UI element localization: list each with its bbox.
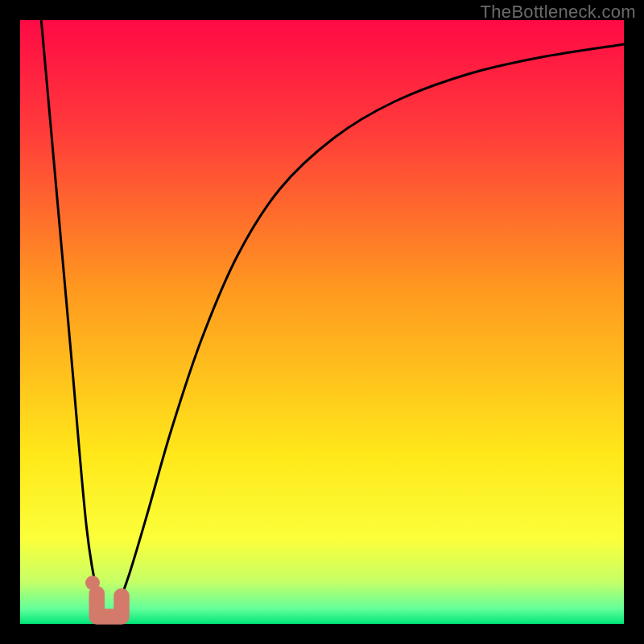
chart-frame: TheBottleneck.com bbox=[0, 0, 644, 644]
watermark-label: TheBottleneck.com bbox=[481, 2, 636, 23]
bottleneck-chart bbox=[0, 0, 644, 644]
gradient-background bbox=[20, 20, 624, 624]
sweet-spot-dot-icon bbox=[85, 576, 100, 590]
